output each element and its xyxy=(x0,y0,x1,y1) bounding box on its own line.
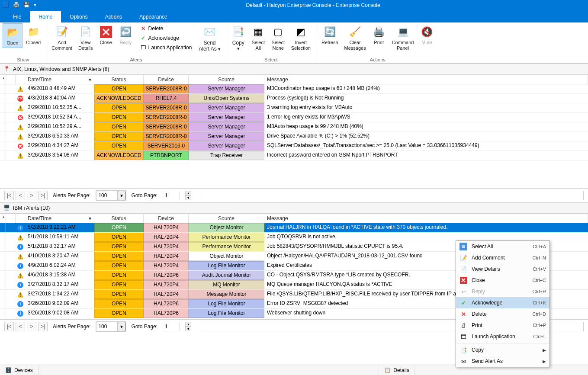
svg-text:!: ! xyxy=(19,235,21,240)
add-comment-button[interactable]: 📝Add Comment xyxy=(49,23,75,53)
copy-icon: 📑 xyxy=(231,25,245,39)
col-status[interactable]: Status xyxy=(94,214,144,223)
app-dropdown[interactable]: ▾ xyxy=(118,322,125,331)
cell-status: OPEN xyxy=(94,122,144,131)
table-row[interactable]: 3/29/2018 4:34:27 AM OPEN SERVER2016-0 S… xyxy=(0,141,588,151)
pager-last[interactable]: >| xyxy=(38,322,48,331)
table-row[interactable]: ! 3/29/2018 10:52:29 A... OPEN SERVER200… xyxy=(0,122,588,132)
print-icon: 🖨️ xyxy=(372,25,386,39)
col-source[interactable]: Source xyxy=(189,75,264,84)
alerts-per-page-input[interactable] xyxy=(96,191,118,200)
goto-page-input[interactable] xyxy=(163,191,180,200)
select-none-button[interactable]: ▢Select None xyxy=(269,23,288,53)
pager-prev[interactable]: < xyxy=(16,322,25,331)
table-row[interactable]: ! 4/6/2018 8:48:49 AM OPEN SERVER2008R-0… xyxy=(0,84,588,94)
refresh-button[interactable]: 🔄Refresh xyxy=(319,23,341,47)
cell-status: ACKNOWLEDGED xyxy=(94,151,144,160)
goto-down[interactable]: ▼ xyxy=(185,196,191,200)
col-status[interactable]: Status xyxy=(94,75,144,84)
command-panel-button[interactable]: 💻Command Panel xyxy=(389,23,417,53)
clear-messages-button[interactable]: 🧹Clear Messages xyxy=(342,23,369,53)
pager-next[interactable]: > xyxy=(27,322,36,331)
delete-icon: ✕ xyxy=(140,25,147,32)
pager-first[interactable]: |< xyxy=(4,322,14,331)
goto-up[interactable]: ▲ xyxy=(185,191,191,196)
cm-print[interactable]: 🖨PrintCtrl+P xyxy=(456,320,549,331)
print-icon[interactable]: 🖨️ xyxy=(13,2,20,9)
table-row[interactable]: ! 3/29/2018 10:52:35 A... OPEN SERVER200… xyxy=(0,103,588,113)
col-star[interactable]: * xyxy=(0,214,6,223)
table-row[interactable]: ! 3/29/2018 6:50:33 AM OPEN SERVER2008R-… xyxy=(0,132,588,141)
cm-delete[interactable]: ✕DeleteCtrl+D xyxy=(456,308,549,320)
select-all-button[interactable]: ▦Select All xyxy=(249,23,268,53)
pager-prev[interactable]: < xyxy=(16,191,25,200)
cell-message: M3Coordinator heap usage is 60 / 248 MB … xyxy=(264,84,588,93)
cm-close[interactable]: CloseCtrl+C xyxy=(456,275,549,286)
show-closed-button[interactable]: 📁Closed xyxy=(23,23,43,47)
panel2-header: 🖥️ IBM i Alerts (10) xyxy=(0,202,588,214)
tab-options[interactable]: Options xyxy=(61,11,96,22)
table-row[interactable]: 3/29/2018 10:52:34 A... OPEN SERVER2008R… xyxy=(0,113,588,122)
col-source[interactable]: Source xyxy=(189,214,264,223)
table-row[interactable]: i 5/2/2018 9:22:21 AM OPEN HAL720P4 Obje… xyxy=(0,223,588,233)
svg-text:!: ! xyxy=(19,87,21,92)
send-alert-as-button[interactable]: ✉️Send Alert As ▾ xyxy=(196,23,223,54)
cm-send-alert-as[interactable]: ✉Send Alert As▶ xyxy=(456,356,549,367)
cell-status: OPEN xyxy=(94,290,144,299)
table-row[interactable]: STOP 4/3/2018 8:40:04 AM ACKNOWLEDGED RH… xyxy=(0,94,588,103)
devices-tab[interactable]: 🗄️Devices xyxy=(0,365,39,375)
col-device[interactable]: Device xyxy=(144,214,189,223)
cm-acknowledge[interactable]: ✓AcknowledgeCtrl+K xyxy=(456,297,549,308)
alerts-per-page-input[interactable] xyxy=(96,322,118,331)
tab-appearance[interactable]: Appearance xyxy=(131,11,176,22)
close-alert-button[interactable]: Close xyxy=(96,23,116,47)
save-icon[interactable]: 💾 xyxy=(23,2,30,9)
cell-device: HAL720P4 xyxy=(144,261,189,270)
col-datetime[interactable]: Date/Time▾ xyxy=(25,214,94,223)
cm-select-all[interactable]: ▦Select AllCtrl+A xyxy=(456,241,549,252)
tab-file[interactable]: File xyxy=(4,11,30,22)
pager-next[interactable]: > xyxy=(27,191,36,200)
app-dropdown[interactable]: ▾ xyxy=(118,191,125,200)
devices-icon: 🗄️ xyxy=(5,367,12,373)
copy-button[interactable]: 📑Copy▾ xyxy=(229,23,248,54)
tab-home[interactable]: Home xyxy=(30,11,61,22)
cm-add-comment[interactable]: 📝Add CommentCtrl+N xyxy=(456,252,549,263)
col-datetime[interactable]: Date/Time▾ xyxy=(25,75,94,84)
copy-icon: 📑 xyxy=(459,346,467,354)
goto-page-input[interactable] xyxy=(163,322,180,331)
goto-up[interactable]: ▲ xyxy=(185,322,191,327)
cell-datetime: 5/1/2018 8:32:17 AM xyxy=(25,242,94,251)
tab-actions[interactable]: Actions xyxy=(96,11,131,22)
dropdown-icon[interactable]: ▾ xyxy=(34,2,41,9)
col-message[interactable]: Message xyxy=(264,75,588,84)
print-button[interactable]: 🖨️Print xyxy=(370,23,389,47)
view-details-button[interactable]: 📄View Details xyxy=(76,23,96,53)
col-message[interactable]: Message xyxy=(264,214,588,223)
pager-last[interactable]: >| xyxy=(38,191,48,200)
cm-copy[interactable]: 📑Copy▶ xyxy=(456,344,549,356)
folder-closed-icon: 📁 xyxy=(26,25,40,39)
search-box[interactable] xyxy=(201,191,584,200)
cell-status: OPEN xyxy=(94,261,144,270)
show-open-button[interactable]: 📂Open xyxy=(3,23,22,48)
goto-down[interactable]: ▼ xyxy=(185,327,191,331)
cell-device: PTRBNPORT xyxy=(144,151,189,160)
cm-launch-app[interactable]: 🗔Launch ApplicationCtrl+L xyxy=(456,331,549,342)
pager-first[interactable]: |< xyxy=(4,191,14,200)
launch-app-button[interactable]: 🗔Launch Application xyxy=(138,43,194,52)
col-star[interactable]: * xyxy=(0,75,6,84)
delete-button[interactable]: ✕Delete xyxy=(138,24,194,33)
print-icon: 🖨 xyxy=(459,321,467,329)
table-row[interactable]: ! 3/26/2018 3:54:08 AM ACKNOWLEDGED PTRB… xyxy=(0,151,588,160)
details-tab[interactable]: 📋Details xyxy=(379,365,415,375)
cell-status: OPEN xyxy=(94,252,144,261)
col-device[interactable]: Device xyxy=(144,75,189,84)
acknowledge-button[interactable]: ✓Acknowledge xyxy=(138,34,194,42)
invert-selection-button[interactable]: ◩Invert Selection xyxy=(289,23,313,53)
cell-source: Audit Journal Monitor xyxy=(189,271,264,280)
cm-view-details[interactable]: 📄View DetailsCtrl+V xyxy=(456,263,549,275)
goto-page-label: Goto Page: xyxy=(131,192,157,199)
sort-desc-icon: ▾ xyxy=(89,77,91,83)
mute-button[interactable]: 🔇Mute xyxy=(417,23,436,47)
